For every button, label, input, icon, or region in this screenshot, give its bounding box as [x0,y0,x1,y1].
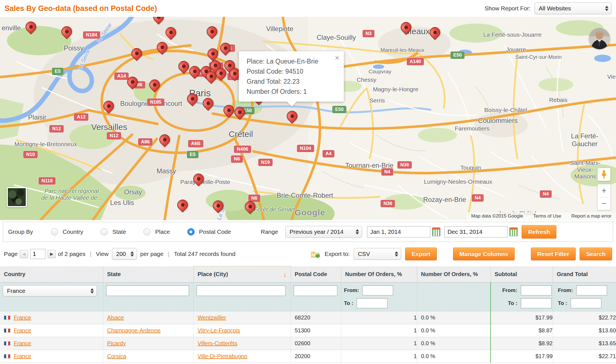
map-marker[interactable] [127,77,137,90]
range-label: Range [261,228,278,235]
column-header-place-city[interactable]: Place (City) ↓ [193,266,291,283]
map-marker[interactable] [244,201,255,214]
map-marker[interactable] [220,43,230,56]
map-marker[interactable] [156,42,167,55]
column-header-grand-total[interactable]: Grand Total [553,266,616,283]
calendar-icon[interactable] [509,227,518,236]
map-marker[interactable] [207,48,218,61]
column-header-subtotal[interactable]: Subtotal [491,266,553,283]
country-link[interactable]: France [14,353,31,359]
column-header-state[interactable]: State [103,266,193,283]
map-marker[interactable] [234,107,244,120]
place-link[interactable]: Wentzwiller [198,314,226,321]
user-avatar[interactable] [589,28,610,49]
next-page-button[interactable]: ▶ [48,250,56,258]
radio-place[interactable] [143,228,151,235]
satellite-view-toggle[interactable] [7,187,27,207]
export-format-select[interactable]: CSV [354,248,401,260]
place-link[interactable]: Ville-Di-Pietrabugno [198,353,248,359]
state-filter-input[interactable] [106,285,189,296]
range-select[interactable]: Previous year / 2014 [285,226,362,238]
column-header-number-of-orders-pct[interactable]: Number Of Orders, % [417,266,491,283]
date-from-input[interactable] [367,226,430,237]
map-marker[interactable] [286,111,297,124]
state-link[interactable]: Corsica [107,353,126,359]
map-marker[interactable] [131,48,141,61]
map[interactable]: envillePoissyVillepinteClaye-SouillyMeau… [0,17,616,220]
report-map-error-link[interactable]: Report a map error [571,213,612,219]
street-view-pegman[interactable] [598,168,610,181]
country-link[interactable]: France [14,327,31,333]
radio-country-label: Country [63,228,83,235]
map-marker[interactable] [215,68,226,81]
radio-state[interactable] [101,228,108,235]
map-marker[interactable] [429,27,440,40]
place-link[interactable]: Villers-Cotterêts [198,340,237,346]
manage-columns-button[interactable]: Manage Columns [453,248,515,260]
date-to-input[interactable] [444,226,508,237]
place-filter-input[interactable] [197,285,286,296]
per-page-select[interactable]: 200 [112,248,137,260]
zoom-in-button[interactable]: + [598,184,610,197]
map-marker[interactable] [178,61,188,74]
column-header-postal-code[interactable]: Postal Code [291,266,341,283]
map-marker[interactable] [229,68,239,81]
cell-state: Corsica [103,350,193,363]
calendar-icon[interactable] [432,227,440,236]
group-by-postal-code[interactable]: Postal Code [187,228,231,235]
group-by-country[interactable]: Country [51,228,83,235]
group-by-place[interactable]: Place [143,228,170,235]
map-marker[interactable] [103,101,113,114]
export-icon [311,249,321,258]
zoom-out-button[interactable]: − [598,197,610,210]
terms-of-use-link[interactable]: Terms of Use [533,213,561,219]
subtotal-from-input[interactable] [521,285,552,295]
website-selector[interactable]: All Websites [535,3,612,14]
filter-cell-country: France [0,283,103,311]
country-filter-select[interactable]: France [3,285,97,297]
reset-filter-button[interactable]: Reset Filter [531,248,576,260]
road-shield: E50 [332,106,346,113]
map-marker[interactable] [193,174,203,186]
country-link[interactable]: France [14,314,31,321]
search-button[interactable]: Search [580,248,612,260]
to-label: To : [508,300,517,306]
subtotal-to-input[interactable] [521,298,552,308]
previous-page-button[interactable]: ◀ [20,250,28,258]
page-number-input[interactable] [30,249,45,259]
map-marker[interactable] [61,26,71,39]
state-link[interactable]: Picardy [107,340,126,346]
export-button[interactable]: Export [405,248,437,260]
radio-country[interactable] [51,228,58,235]
column-header-label: Number Of Orders, % [345,271,402,277]
map-marker[interactable] [165,27,176,40]
group-by-state[interactable]: State [101,228,126,235]
column-header-country[interactable]: Country [0,266,103,283]
radio-postal-code[interactable] [187,228,195,235]
map-marker[interactable] [177,200,187,213]
map-marker[interactable] [223,105,234,118]
map-marker[interactable] [186,94,197,106]
map-marker[interactable] [25,22,36,34]
grand-total-to-input[interactable] [571,298,601,308]
map-marker[interactable] [153,17,163,25]
map-marker[interactable] [149,80,159,92]
state-link[interactable]: Alsace [107,314,124,321]
map-marker[interactable] [400,22,411,35]
grand-total-from-input[interactable] [576,285,607,295]
refresh-button[interactable]: Refresh [522,225,556,239]
orders-from-input[interactable] [362,285,393,295]
place-link[interactable]: Vitry-Le-François [198,327,240,333]
map-marker[interactable] [206,26,217,39]
postal-code-filter-input[interactable] [294,285,337,296]
country-link[interactable]: France [14,340,31,346]
map-marker[interactable] [205,71,216,84]
map-marker[interactable] [202,98,213,111]
column-header-number-of-orders[interactable]: Number Of Orders, % [341,266,417,283]
map-marker[interactable] [189,66,199,79]
close-icon[interactable]: × [335,54,339,62]
map-marker[interactable] [212,200,223,213]
orders-to-input[interactable] [357,298,388,308]
state-link[interactable]: Champagne-Ardenne [107,327,161,333]
map-marker[interactable] [159,134,169,147]
